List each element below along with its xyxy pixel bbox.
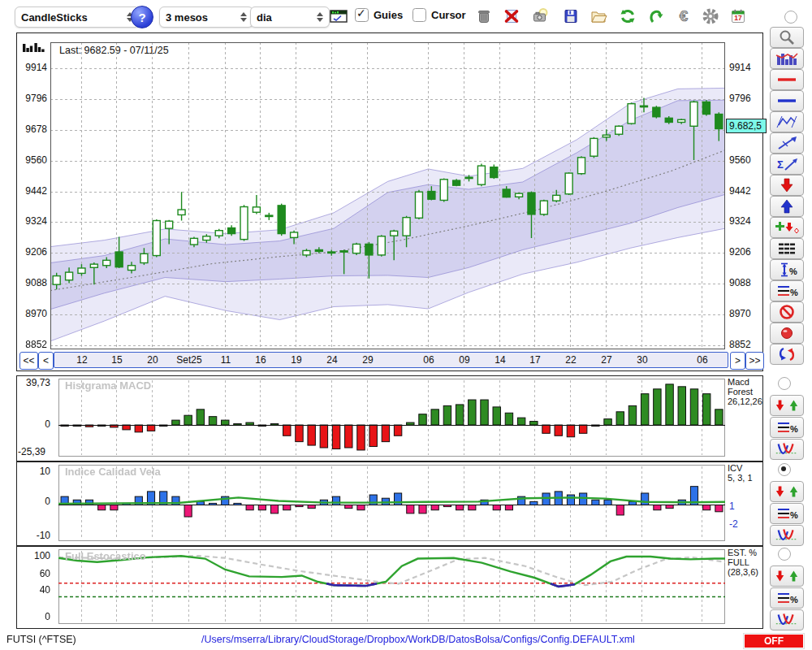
help-button[interactable]: ? xyxy=(131,6,153,28)
price-axis-label-right: 8970 xyxy=(729,308,751,319)
stoch-100-label: 100 xyxy=(21,550,50,561)
save-button[interactable] xyxy=(559,5,581,27)
svg-text:%: % xyxy=(790,595,798,604)
icv-title: Indice Calidad Vela xyxy=(65,466,161,478)
symbol-label: FUTSI (^FTSE) xyxy=(6,634,76,645)
undo-button[interactable] xyxy=(645,5,667,27)
red-down-arrow-icon xyxy=(775,177,799,193)
updown-arrows-icon xyxy=(775,346,799,362)
stoch-select-radio[interactable] xyxy=(778,548,791,561)
off-toggle[interactable]: OFF xyxy=(744,634,804,648)
svg-text:%: % xyxy=(790,288,798,297)
nav-first-button[interactable]: << xyxy=(19,352,38,370)
price-axis-label-right: 9796 xyxy=(729,93,751,104)
blue-hline-tool-button[interactable] xyxy=(770,90,804,111)
icv-min-label: -10 xyxy=(21,530,50,541)
interval-select[interactable]: dia xyxy=(250,6,330,28)
add-signal-button[interactable] xyxy=(770,217,804,238)
date-tick-label: 12 xyxy=(67,354,97,366)
date-tick-label: 19 xyxy=(282,354,311,366)
macd-signals-button[interactable] xyxy=(770,395,804,416)
cursor-checkbox[interactable]: Cursor xyxy=(412,8,466,22)
stochastic-chart[interactable] xyxy=(58,549,725,624)
percent-lines-button[interactable]: % xyxy=(770,280,804,301)
svg-text:17: 17 xyxy=(734,13,742,21)
zoom-tool-button[interactable] xyxy=(770,27,804,48)
chart-application-window: CandleSticks ? 3 mesos dia Guies Cursor xyxy=(0,0,812,650)
date-tick-label: 22 xyxy=(556,354,585,366)
svg-text:Σ: Σ xyxy=(777,158,784,171)
date-tick-label: 17 xyxy=(520,354,550,366)
price-axis-label-left: 9088 xyxy=(18,277,47,288)
zigzag-tool-button[interactable] xyxy=(770,111,804,132)
chart-type-select[interactable]: CandleSticks xyxy=(15,6,140,28)
euro-currency-button[interactable]: € xyxy=(672,5,694,27)
cursor-label: Cursor xyxy=(431,9,466,21)
settings-gear-icon[interactable] xyxy=(699,5,721,27)
date-tick-label: 16 xyxy=(246,354,275,366)
open-folder-button[interactable] xyxy=(587,5,609,27)
chart-type-value: CandleSticks xyxy=(21,11,88,24)
trash-button[interactable] xyxy=(473,5,495,27)
snapshot-camera-button[interactable] xyxy=(529,5,551,27)
buy-arrow-button[interactable] xyxy=(770,196,804,217)
price-axis-label-left: 9560 xyxy=(18,154,47,166)
macd-title: Histgrama MACD xyxy=(65,379,151,392)
blue-up-arrow-icon xyxy=(775,198,799,214)
icv-select-radio[interactable] xyxy=(778,463,791,476)
magnifier-icon xyxy=(776,29,797,46)
stoch-signals-button[interactable] xyxy=(770,566,804,587)
icv-percent-lines-button[interactable]: % xyxy=(770,503,804,524)
swap-refresh-button[interactable] xyxy=(770,344,804,365)
macd-select-radio[interactable] xyxy=(778,377,791,390)
stoch-percent-lines-button[interactable]: % xyxy=(770,587,804,609)
main-price-chart[interactable] xyxy=(50,42,725,349)
current-price-tag: 9.682,5 xyxy=(726,119,767,133)
levels-list-button[interactable] xyxy=(770,238,804,259)
lines-percent-icon: % xyxy=(775,419,799,436)
price-axis-label-right: 9560 xyxy=(729,154,751,166)
svg-text:€: € xyxy=(679,7,688,24)
nav-last-button[interactable]: >> xyxy=(745,352,764,370)
macd-histogram-chart[interactable] xyxy=(58,379,725,457)
red-hline-tool-button[interactable] xyxy=(770,69,804,90)
delete-chart-button[interactable] xyxy=(500,5,522,27)
price-axis-label-left: 9678 xyxy=(18,124,47,135)
guies-label: Guies xyxy=(374,9,403,21)
macd-curve-button[interactable] xyxy=(770,439,804,460)
config-path: /Users/mserra/Library/CloudStorage/Dropb… xyxy=(97,634,739,645)
record-button[interactable] xyxy=(770,323,804,344)
macd-params: 26,12,26 xyxy=(728,396,762,406)
double-curve-icon xyxy=(774,527,800,544)
price-axis-label-right: 9324 xyxy=(729,215,751,227)
measure-range-button[interactable]: % xyxy=(770,259,804,280)
question-mark-icon: ? xyxy=(138,11,145,24)
sigma-trend-tool-button[interactable]: Σ xyxy=(770,154,804,175)
macd-indicator-name2: Forest xyxy=(728,387,753,396)
guies-checkbox[interactable]: Guies xyxy=(355,8,403,22)
stoch-indicator-name: EST. % xyxy=(728,548,757,557)
sell-arrow-button[interactable] xyxy=(770,175,804,196)
icv-curve-button[interactable] xyxy=(770,525,804,546)
top-right-radio[interactable] xyxy=(784,11,797,24)
nav-next-button[interactable]: > xyxy=(730,352,745,370)
red-line-icon xyxy=(775,72,799,88)
macd-percent-lines-button[interactable]: % xyxy=(770,417,804,438)
calendar-button[interactable]: 17 xyxy=(727,5,749,27)
plus-arrow-diamond-icon xyxy=(774,219,800,236)
stoch-curve-button[interactable] xyxy=(770,609,804,630)
refresh-button[interactable] xyxy=(616,5,638,27)
red-down-green-up-arrows-icon xyxy=(774,483,800,500)
date-tick-label: 20 xyxy=(138,354,167,366)
chart-window-icon[interactable] xyxy=(327,5,349,27)
date-tick-label: 06 xyxy=(688,354,717,366)
disable-tool-button[interactable] xyxy=(770,301,804,323)
period-select[interactable]: 3 mesos xyxy=(159,6,253,28)
double-curve-icon xyxy=(774,441,800,457)
nav-prev-button[interactable]: < xyxy=(38,352,54,370)
trendline-tool-button[interactable] xyxy=(770,132,804,154)
price-axis-label-left: 8970 xyxy=(18,308,47,319)
icv-signals-button[interactable] xyxy=(770,481,804,502)
date-axis-strip[interactable]: 121520Set2511161924290609141722273006 xyxy=(54,352,728,368)
volume-chart-button[interactable] xyxy=(770,48,804,69)
